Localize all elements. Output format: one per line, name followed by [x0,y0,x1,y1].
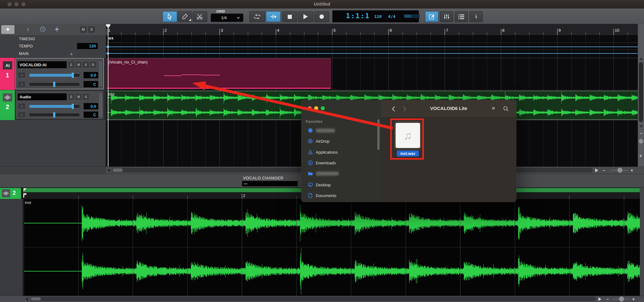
editor-scroll-right-icon[interactable] [598,297,601,301]
clock-icon[interactable] [40,26,46,32]
track1-edit-button[interactable]: E [68,61,75,68]
track1-pan-slider[interactable] [29,83,80,86]
track1-solo-button[interactable]: S [82,61,89,68]
editor-track-header[interactable]: 2 [0,188,21,199]
midi-note[interactable] [164,75,181,76]
forward-icon[interactable] [403,106,407,112]
timeline-ruler[interactable]: 12345678910 [106,24,638,36]
track1-name[interactable]: VOCALOID:AI [18,61,67,68]
note-icon[interactable]: ♪ [26,26,30,33]
track1-gain-thumb[interactable] [72,73,74,78]
sidebar-item-blurred-user[interactable] [304,126,378,135]
scroll-down-icon[interactable] [639,125,643,128]
finder-minimize-icon[interactable] [314,106,318,110]
tempo-value[interactable]: 120 [77,43,98,49]
sidebar-item-desktop[interactable]: Desktop [304,181,378,189]
timesig-marker[interactable]: 4/4 [108,36,113,40]
edit-view-button[interactable] [425,11,438,22]
track1-resize-grip2[interactable] [101,61,102,86]
loop-button[interactable] [249,11,265,22]
track-row-audio[interactable]: 2 Audio E M S › 0.0 › C [0,90,106,120]
h-zoom-knob[interactable] [617,167,623,173]
finder-sidebar-scrollbar[interactable] [377,119,380,150]
sidebar-item-blurred-folder[interactable] [304,169,378,178]
track1-pan-expand[interactable]: › [18,81,26,87]
add-track-button[interactable]: + [1,25,14,34]
vocalo-changer-select[interactable]: --- [242,181,298,186]
h-zoom-out-button[interactable]: – [603,168,605,173]
info-view-button[interactable]: i [469,11,483,22]
track2-resize-grip2[interactable] [101,93,102,117]
track2-pan-slider[interactable] [29,113,80,116]
track2-pan-expand[interactable]: › [18,112,26,118]
track1-gain-slider[interactable] [29,74,80,77]
track2-gain-value[interactable]: 0.0 [84,103,98,109]
main-automation-line[interactable] [106,53,638,54]
playhead-line[interactable] [108,24,108,167]
v-zoom-knob[interactable] [639,139,643,144]
track2-pan-value[interactable]: C [84,112,98,118]
finder-close-icon[interactable] [308,106,312,110]
sidebar-item-documents[interactable]: Documents [304,191,378,200]
editor-scroll-thumb[interactable] [31,297,41,300]
editor-scroll-track[interactable] [30,297,596,301]
track2-edit-button[interactable]: E [68,93,75,100]
track1-resize-grip[interactable] [99,61,100,86]
main-edit-button[interactable]: E [69,51,75,57]
v-zoom-out-button[interactable]: – [640,131,642,135]
track1-gain-expand[interactable]: › [18,72,26,78]
editor-zoom-out-button[interactable]: – [606,297,609,301]
h-zoom-in-button[interactable]: + [630,168,633,173]
stop-button[interactable] [282,11,297,22]
list-view-button[interactable] [455,11,468,22]
editor-zoom-in-button[interactable]: + [632,297,635,301]
track1-record-button[interactable]: R [90,61,97,68]
finder-zoom-icon[interactable] [321,106,325,110]
sidebar-item-airdrop[interactable]: AirDrop [304,137,378,145]
track1-gain-value[interactable]: 0.0 [84,72,98,78]
scissors-tool-button[interactable] [193,11,207,22]
track2-pan-thumb[interactable] [53,112,55,118]
track2-gain-expand[interactable]: › [18,103,26,109]
v-zoom-in-button[interactable]: + [639,153,642,158]
sidebar-item-applications[interactable]: Applications [304,148,378,156]
scroll-left-icon[interactable] [107,168,110,172]
track-row-vocaloid[interactable]: AI 1 VOCALOID:AI E M S R › 0.0 › C [0,58,106,90]
track2-gain-thumb[interactable] [72,104,74,109]
editor-scroll-left-icon[interactable] [25,297,28,301]
play-button[interactable] [298,11,313,22]
midi-note[interactable] [202,75,220,75]
search-icon[interactable] [503,106,509,112]
grid-select[interactable]: 1/4 [211,14,243,22]
track2-resize-grip[interactable] [99,93,100,117]
v-scroll-thumb[interactable] [639,62,643,122]
playhead-marker[interactable] [106,24,111,28]
h-scroll-thumb[interactable] [113,168,123,172]
tempo-automation-line[interactable] [106,47,638,47]
toolbar-overflow-icon[interactable]: » [492,105,495,111]
record-button[interactable] [314,11,329,22]
autoscroll-button[interactable] [266,11,280,22]
track2-solo-button[interactable]: S [82,93,89,100]
mixer-view-button[interactable] [440,11,453,22]
track2-mute-button[interactable]: M [75,93,82,100]
back-icon[interactable] [391,106,395,112]
scroll-up-icon[interactable] [639,57,643,60]
vocaloid-region[interactable]: (Vocalo_no_Ci_chan) [107,58,331,89]
master-mute-button[interactable]: M [80,26,87,33]
track2-name[interactable]: Audio [18,93,67,100]
fader-icon[interactable] [54,26,60,32]
midi-note[interactable] [181,74,202,75]
editor-waveform-area[interactable]: inst [23,199,640,296]
track1-pan-thumb[interactable] [53,82,55,87]
track1-mute-button[interactable]: M [75,61,82,68]
track2-gain-slider[interactable] [29,105,80,108]
pencil-tool-button[interactable] [178,11,192,22]
track1-box[interactable]: VOCALOID:AI E M S R › 0.0 › C [15,58,104,89]
sidebar-item-downloads[interactable]: Downloads [304,159,378,167]
editor-zoom-knob[interactable] [619,296,624,302]
pointer-tool-button[interactable] [163,11,177,22]
master-solo-button[interactable]: S [88,26,95,33]
track2-box[interactable]: Audio E M S › 0.0 › C [15,91,104,119]
scroll-right-icon[interactable] [595,168,598,172]
